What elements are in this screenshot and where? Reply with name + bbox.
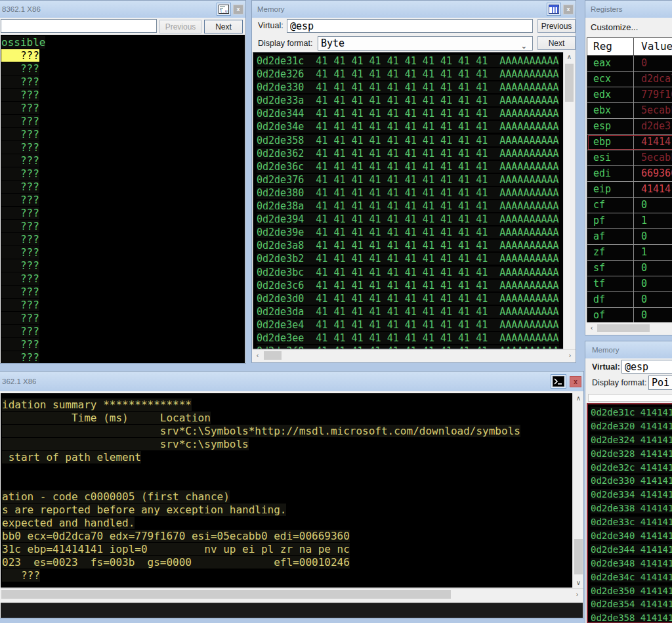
memory-row: 0d2de33a 41 41 41 41 41 41 41 41 41 41 A… <box>257 94 563 107</box>
disassembly-line: ossible <box>1 36 245 49</box>
memory-row: 0d2de31c 41 41 41 41 41 41 41 41 41 41 A… <box>257 54 563 68</box>
horizontal-scrollbar[interactable]: ‹ › <box>253 349 576 360</box>
command-output[interactable]: idation summary ************** Time (ms)… <box>1 393 572 588</box>
memory-row: 0d2de3c6 41 41 41 41 41 41 41 41 41 41 A… <box>257 279 563 292</box>
registers-window: Registers Customize... Reg Value eax0ecx… <box>585 0 672 335</box>
memory-content[interactable]: 0d2de31c 41 41 41 41 41 41 41 41 41 41 A… <box>253 52 563 349</box>
command-window-icon[interactable] <box>551 374 566 389</box>
register-row: edi669360 <box>587 166 672 182</box>
memory-byte-window: Memory x Virtual: Previous Display forma… <box>251 0 576 363</box>
display-format-label: Display format: <box>258 39 312 48</box>
memory-row: 0d2de348 414141 <box>591 557 672 570</box>
virtual-address-input[interactable] <box>621 360 672 374</box>
virtual-address-input[interactable] <box>287 19 533 33</box>
command-line: expected and handled. <box>2 517 572 530</box>
close-icon[interactable]: x <box>233 5 243 14</box>
registers-table-header: Reg Value <box>587 37 672 56</box>
vertical-scrollbar[interactable]: ∧ ∨ <box>572 393 583 588</box>
disassembly-toolbar: Previous Next <box>0 18 245 35</box>
memory-row: 0d2de354 414141 <box>591 597 672 611</box>
memory-row: 0d2de380 41 41 41 41 41 41 41 41 41 41 A… <box>257 186 563 200</box>
close-icon[interactable]: x <box>563 5 574 14</box>
next-button[interactable]: Next <box>537 36 576 50</box>
virtual-label: Virtual: <box>258 21 284 30</box>
memory-row: 0d2de31c 414141 <box>591 406 672 419</box>
display-format-dropdown[interactable]: Byte ⌄ <box>318 36 533 51</box>
memory-row: 0d2de394 41 41 41 41 41 41 41 41 41 41 A… <box>257 213 563 226</box>
register-row: sf0 <box>587 261 672 276</box>
horizontal-scrollbar[interactable]: ‹ <box>587 322 672 333</box>
disassembly-line: ??? <box>1 233 245 246</box>
disassembly-content[interactable]: ossible ??? ??? ??? ??? ??? ??? ??? ??? … <box>1 35 245 363</box>
command-line: srv*C:\Symbols*http://msdl.microsoft.com… <box>2 425 572 438</box>
previous-button[interactable]: Previous <box>537 19 576 33</box>
memory-row: 0d2de34e 41 41 41 41 41 41 41 41 41 41 A… <box>257 120 563 133</box>
scroll-down-icon[interactable]: ∨ <box>574 578 583 588</box>
register-row: of0 <box>587 308 672 322</box>
scroll-up-icon[interactable]: ∧ <box>564 52 574 62</box>
scroll-left-icon[interactable]: ‹ <box>587 323 597 333</box>
register-value: 0 <box>633 229 672 244</box>
register-value: 0 <box>633 198 672 213</box>
disassembly-line: ??? <box>1 325 245 338</box>
register-name: ecx <box>587 72 633 87</box>
register-row: af0 <box>587 229 672 245</box>
memory-row: 0d2de330 414141 <box>591 474 672 488</box>
command-line <box>2 464 572 477</box>
disassembly-window-icon[interactable]: l.u <box>217 3 231 16</box>
memory-row: 0d2de344 41 41 41 41 41 41 41 41 41 41 A… <box>257 107 563 120</box>
command-input[interactable] <box>1 603 583 618</box>
close-icon[interactable]: x <box>570 376 581 387</box>
virtual-label: Virtual: <box>592 362 620 372</box>
disassembly-line: ??? <box>1 272 245 286</box>
display-format-dropdown[interactable]: Poi <box>648 376 672 390</box>
register-name: df <box>587 292 633 307</box>
scroll-up-icon[interactable]: ∧ <box>574 393 583 403</box>
memory-row: 0d2de344 414141 <box>591 543 672 557</box>
register-row: pf1 <box>587 213 672 229</box>
disassembly-line: ??? <box>1 312 245 325</box>
scroll-left-icon[interactable]: ‹ <box>253 351 262 360</box>
memory-window-icon[interactable] <box>547 3 561 16</box>
previous-button[interactable]: Previous <box>159 20 201 33</box>
memory-row: 0d2de326 41 41 41 41 41 41 41 41 41 41 A… <box>257 68 563 81</box>
disassembly-line: ??? <box>1 128 245 141</box>
command-line: 023 es=0023 fs=003b gs=0000 efl=00010246 <box>2 556 572 569</box>
register-value: d2de31 <box>633 119 672 134</box>
memory-row: 0d2de3a8 41 41 41 41 41 41 41 41 41 41 A… <box>257 239 563 252</box>
memory-row: 0d2de3bc 41 41 41 41 41 41 41 41 41 41 A… <box>257 266 563 279</box>
register-row: df0 <box>587 292 672 308</box>
window-title: Registers <box>587 5 623 13</box>
register-value: 0 <box>633 56 672 71</box>
memory-content[interactable]: 0d2de31c 4141410d2de320 4141410d2de324 4… <box>587 403 672 623</box>
scroll-right-icon[interactable]: › <box>572 590 582 599</box>
disassembly-line: ??? <box>1 181 245 194</box>
register-name: eax <box>587 56 633 71</box>
toolbar-strip <box>588 394 672 402</box>
next-button[interactable]: Next <box>204 20 243 33</box>
command-line: ation - code c0000005 (first chance) <box>2 490 572 504</box>
memory-row: 0d2de376 41 41 41 41 41 41 41 41 41 41 A… <box>257 173 563 186</box>
memory-row: 0d2de358 41 41 41 41 41 41 41 41 41 41 A… <box>257 134 563 147</box>
vertical-scrollbar[interactable]: ∧ <box>563 52 574 349</box>
command-window: 362.1 X86 x idation summary ************… <box>0 371 584 618</box>
register-value: 0 <box>633 308 672 322</box>
memory-toolbar-row1: Virtual: Previous <box>252 18 576 34</box>
disassembly-line: ??? <box>1 351 245 363</box>
disassembly-address-input[interactable] <box>1 19 157 33</box>
registers-table-body[interactable]: eax0ecxd2dca7edx779f16ebx5ecabbespd2de31… <box>587 56 672 322</box>
command-line: ??? <box>2 569 572 582</box>
register-name: af <box>587 229 633 244</box>
memory-row: 0d2de3b2 41 41 41 41 41 41 41 41 41 41 A… <box>257 252 563 265</box>
disassembly-line: ??? <box>1 207 245 220</box>
register-name: cf <box>587 198 633 213</box>
chevron-down-icon: ⌄ <box>521 39 527 53</box>
command-line: s are reported before any exception hand… <box>2 504 572 517</box>
memory-row: 0d2de362 41 41 41 41 41 41 41 41 41 41 A… <box>257 147 563 160</box>
command-line: Time (ms) Location <box>2 412 572 425</box>
scroll-right-icon[interactable]: › <box>565 351 575 360</box>
disassembly-line: ??? <box>1 49 245 62</box>
horizontal-scrollbar[interactable]: › <box>1 588 583 599</box>
customize-button[interactable]: Customize... <box>591 22 638 32</box>
command-line <box>2 477 572 490</box>
